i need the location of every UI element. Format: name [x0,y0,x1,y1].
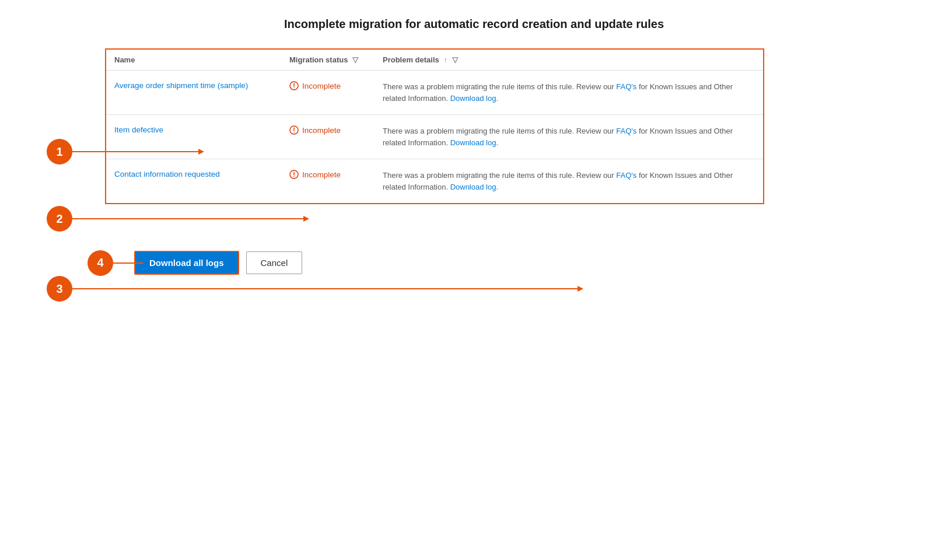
problem-text-3: There was a problem migrating the rule i… [383,171,733,191]
problem-text-1: There was a problem migrating the rule i… [383,82,733,103]
svg-point-14 [293,176,295,177]
page-title: Incomplete migration for automatic recor… [35,18,913,31]
col-header-details: Problem details ↑ ▽ [375,50,763,71]
status-filter-icon[interactable]: ▽ [352,55,358,64]
download-log-link-3[interactable]: Download log. [450,183,498,191]
table-row: Average order shipment time (sample) Inc… [106,71,763,115]
col-header-status: Migration status ▽ [281,50,375,71]
svg-point-11 [293,132,295,133]
download-log-link-2[interactable]: Download log. [450,138,498,147]
rule-name-link-2[interactable]: Item defective [114,125,163,134]
actions-row: 4 Download all logs Cancel [105,251,913,275]
table-row: Item defective Incomplete [106,115,763,159]
migration-table: Name Migration status ▽ Problem details … [105,48,764,204]
status-cell-3: Incomplete [289,170,366,179]
faq-link-2[interactable]: FAQ's [616,127,636,135]
svg-marker-5 [578,286,583,292]
details-sort-icon[interactable]: ↑ [443,55,447,64]
download-all-logs-button[interactable]: Download all logs [134,251,239,275]
annotation-3: 3 [47,276,72,302]
download-log-link-1[interactable]: Download log. [450,94,498,103]
cancel-button[interactable]: Cancel [246,251,303,274]
incomplete-icon-3 [289,170,299,179]
problem-text-2: There was a problem migrating the rule i… [383,127,733,147]
faq-link-3[interactable]: FAQ's [616,171,636,180]
annotation-2: 2 [47,206,72,232]
annotation-1: 1 [47,139,72,164]
faq-link-1[interactable]: FAQ's [616,82,636,91]
details-filter-icon[interactable]: ▽ [452,55,458,64]
svg-marker-16 [140,262,145,264]
rule-name-link-1[interactable]: Average order shipment time (sample) [114,81,248,90]
status-cell-2: Incomplete [289,125,366,135]
col-header-name: Name [106,50,281,71]
incomplete-icon-2 [289,125,299,135]
incomplete-icon-1 [289,81,299,90]
svg-point-8 [293,88,295,89]
annotation-4: 4 [88,250,113,276]
status-cell-1: Incomplete [289,81,366,90]
table-row: Contact information requested Incomplete [106,159,763,204]
rule-name-link-3[interactable]: Contact information requested [114,170,220,178]
svg-marker-3 [303,216,309,222]
